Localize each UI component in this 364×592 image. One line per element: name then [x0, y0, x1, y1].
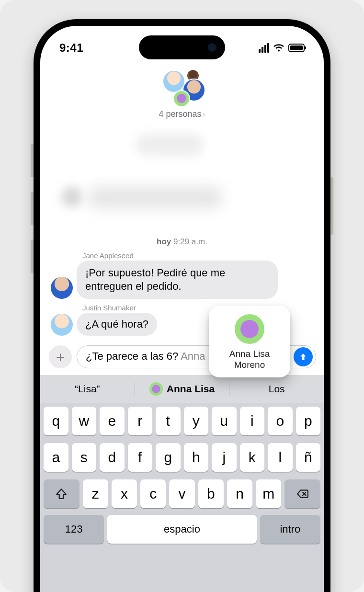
mention-suggestion-popover[interactable]: Anna Lisa Moreno [209, 306, 290, 377]
prediction-right[interactable]: Los [229, 383, 324, 395]
wifi-icon [273, 42, 284, 54]
key-j[interactable]: j [212, 443, 237, 472]
key-v[interactable]: v [169, 479, 194, 508]
key-row-1: q w e r t y u i o p [40, 403, 324, 439]
key-t[interactable]: t [156, 407, 181, 435]
key-row-2: a s d f g h j k l ñ [40, 439, 324, 476]
send-button[interactable] [294, 347, 313, 366]
avatar-icon [234, 313, 265, 345]
key-q[interactable]: q [44, 407, 68, 435]
backspace-key[interactable] [284, 479, 320, 508]
compose-text: ¿Te parece a las 6? [86, 350, 181, 362]
shift-icon [55, 488, 68, 500]
key-d[interactable]: d [100, 443, 125, 472]
avatar-icon [162, 70, 185, 93]
cellular-icon [259, 43, 269, 53]
keyboard: “Lisa” Anna Lisa Los q w e r [40, 375, 324, 592]
key-w[interactable]: w [72, 407, 97, 435]
avatar-icon [51, 314, 73, 336]
key-l[interactable]: l [268, 443, 293, 472]
message-row: ¡Por supuesto! Pediré que me entreguen e… [51, 261, 313, 299]
key-m[interactable]: m [256, 479, 281, 508]
group-title[interactable]: 4 personas› [40, 109, 324, 119]
avatar-icon [51, 277, 73, 299]
prediction-mention[interactable]: Anna Lisa [135, 382, 229, 396]
key-c[interactable]: c [140, 479, 166, 508]
shift-key[interactable] [44, 479, 80, 508]
attach-button[interactable]: ＋ [49, 345, 72, 368]
key-k[interactable]: k [240, 443, 265, 472]
group-avatar-cluster [156, 69, 208, 107]
message-bubble[interactable]: ¡Por supuesto! Pediré que me entreguen e… [77, 261, 278, 299]
phone-frame: 9:41 4 personas› [34, 19, 330, 592]
key-z[interactable]: z [83, 479, 108, 508]
status-time: 9:41 [59, 41, 83, 55]
key-g[interactable]: g [156, 443, 181, 472]
key-f[interactable]: f [128, 443, 153, 472]
space-key[interactable]: espacio [107, 515, 256, 544]
avatar-icon [149, 382, 163, 396]
dynamic-island [139, 35, 225, 59]
key-a[interactable]: a [44, 443, 68, 472]
sender-label: Jane Appleseed [82, 251, 313, 260]
key-r[interactable]: r [128, 407, 153, 435]
key-row-4: 123 espacio intro [40, 512, 324, 547]
key-s[interactable]: s [72, 443, 97, 472]
avatar-icon [173, 90, 190, 107]
backspace-icon [296, 488, 309, 500]
mention-name: Anna Lisa Moreno [215, 349, 284, 371]
predictive-bar: “Lisa” Anna Lisa Los [40, 375, 324, 403]
arrow-up-icon [298, 352, 308, 362]
numbers-key[interactable]: 123 [44, 515, 104, 544]
chevron-right-icon: › [203, 109, 205, 119]
key-e[interactable]: e [100, 407, 125, 435]
time-separator: hoy 9:29 a.m. [51, 237, 313, 247]
key-y[interactable]: y [184, 407, 209, 435]
key-row-3: z x c v b n m [40, 476, 324, 512]
blurred-history [40, 134, 324, 234]
phone-screen: 9:41 4 personas› [40, 26, 324, 592]
key-p[interactable]: p [296, 407, 321, 435]
key-x[interactable]: x [112, 479, 137, 508]
key-enne[interactable]: ñ [296, 443, 321, 472]
prediction-left[interactable]: “Lisa” [40, 383, 135, 395]
battery-icon [288, 44, 305, 52]
key-n[interactable]: n [227, 479, 252, 508]
key-u[interactable]: u [212, 407, 237, 435]
return-key[interactable]: intro [260, 515, 320, 544]
message-bubble[interactable]: ¿A qué hora? [77, 313, 157, 336]
key-b[interactable]: b [198, 479, 224, 508]
key-o[interactable]: o [268, 407, 293, 435]
key-i[interactable]: i [240, 407, 265, 435]
key-h[interactable]: h [184, 443, 209, 472]
